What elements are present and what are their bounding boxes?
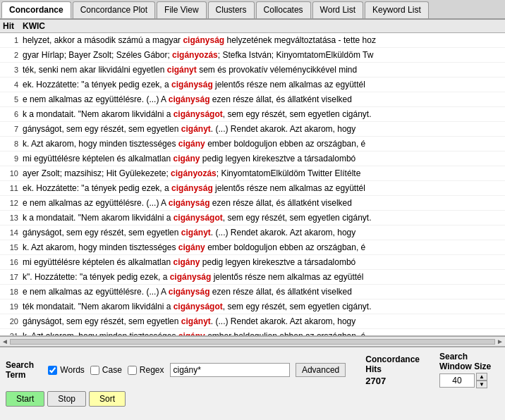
search-row: Search Term Words Case Regex Advanced Co… [6,352,499,388]
table-row: 3ték, senki nem akar likvidálni egyetlen… [0,63,505,78]
row-text: mi együttélésre képtelen és alkalmatlan … [23,256,502,268]
window-spin-up[interactable]: ▲ [476,373,487,381]
row-number: 1 [3,35,23,47]
row-number: 6 [3,109,23,121]
keyword-highlight: cigányság [170,272,212,282]
keyword-highlight: cigányság [169,198,210,208]
tab-keyword-list[interactable]: Keyword List [365,1,429,18]
keyword-highlight: cigány [178,139,205,149]
row-number: 15 [3,242,23,254]
row-number: 17 [3,271,23,283]
table-row: 5e nem alkalmas az együttélésre. (...) A… [0,92,505,107]
stop-button[interactable]: Stop [47,391,86,407]
row-number: 16 [3,257,23,268]
row-number: 18 [3,286,23,298]
row-text: k a mondatait. "Nem akarom likvidálni a … [23,211,502,224]
advanced-button[interactable]: Advanced [296,363,346,377]
row-text: mi együttélésre képtelen és alkalmatlan … [23,152,502,165]
tab-collocates[interactable]: Collocates [256,1,311,18]
tab-clusters[interactable]: Clusters [208,1,255,18]
row-number: 13 [3,212,23,224]
regex-label: Regex [140,365,164,375]
table-row: 4ek. Hozzátette: "a tények pedig ezek, a… [0,78,505,92]
table-row: 10ayer Zsolt; mazsihisz; Hit Gyülekezete… [0,166,505,181]
case-label: Case [102,365,122,375]
row-number: 5 [3,94,23,106]
row-text: ayer Zsolt; mazsihisz; Hit Gyülekezete; … [23,167,502,180]
keyword-highlight: cigány [173,257,200,267]
row-number: 11 [3,183,23,194]
keyword-highlight: cigányt [181,228,211,237]
row-number: 9 [3,153,23,165]
keyword-highlight: cigányozás [171,168,217,178]
row-text: ték mondatait. "Nem akarom likvidálni a … [23,300,502,313]
tab-file-view[interactable]: File View [157,1,206,18]
row-number: 20 [3,316,23,328]
row-text: k. Azt akarom, hogy minden tisztességes … [23,330,502,336]
row-number: 12 [3,197,23,209]
tab-bar: Concordance Concordance Plot File View C… [0,0,505,20]
keyword-highlight: cigányt [181,124,211,134]
row-text: e nem alkalmas az együttélésre. (...) A … [23,285,502,298]
kwic-header: KWIC [23,21,502,31]
keyword-highlight: cigányságot [174,109,223,119]
table-row: 2gyar Hírlap; Bayer Zsolt; Széles Gábor;… [0,48,505,63]
hits-section: Concordance Hits 2707 [365,354,420,386]
row-text: gyar Hírlap; Bayer Zsolt; Széles Gábor; … [23,49,502,61]
case-checkbox-group: Case [90,365,122,375]
row-number: 4 [3,79,23,91]
table-row: 6k a mondatait. "Nem akarom likvidálni a… [0,107,505,122]
column-headers: Hit KWIC [0,20,505,33]
row-text: helyzet, akkor a második számú a magyar … [23,34,502,47]
window-section: Search Window Size ▲ ▼ [439,352,499,388]
keyword-highlight: cigányság [169,94,210,104]
row-number: 8 [3,138,23,150]
words-checkbox[interactable] [48,366,57,375]
keyword-highlight: cigányságot [174,302,223,311]
table-row: 11ek. Hozzátette: "a tények pedig ezek, … [0,181,505,196]
window-spinner: ▲ ▼ [476,373,487,388]
row-text: gányságot, sem egy részét, sem egyetlen … [23,123,502,135]
regex-checkbox[interactable] [128,366,137,375]
search-input[interactable] [170,363,290,377]
window-input-wrap: ▲ ▼ [439,373,487,388]
hit-header: Hit [3,21,23,31]
row-text: k. Azt akarom, hogy minden tisztességes … [23,137,502,150]
table-row: 21k. Azt akarom, hogy minden tisztessége… [0,329,505,336]
keyword-highlight: cigányozás [172,50,218,60]
row-text: ték, senki nem akar likvidálni egyetlen … [23,63,502,76]
concordance-table[interactable]: 1helyzet, akkor a második számú a magyar… [0,33,505,336]
window-spin-down[interactable]: ▼ [476,381,487,388]
row-number: 3 [3,64,23,76]
tab-concordance[interactable]: Concordance [1,1,71,18]
row-text: e nem alkalmas az együttélésre. (...) A … [23,93,502,106]
table-row: 7gányságot, sem egy részét, sem egyetlen… [0,122,505,137]
row-text: e nem alkalmas az együttélésre. (...) A … [23,197,502,209]
sort-button[interactable]: Sort [89,391,126,407]
words-checkbox-group: Words [48,365,84,375]
row-text: k a mondatait. "Nem akarom likvidálni a … [23,108,502,121]
keyword-highlight: cigány [178,331,205,336]
table-row: 17k". Hozzátette: "a tények pedig ezek, … [0,270,505,285]
row-text: k". Hozzátette: "a tények pedig ezek, a … [23,271,502,283]
case-checkbox[interactable] [90,366,99,375]
row-number: 14 [3,227,23,239]
bottom-panel: Search Term Words Case Regex Advanced Co… [0,346,505,411]
row-text: gányságot, sem egy részét, sem egyetlen … [23,315,502,328]
row-text: gányságot, sem egy részét, sem egyetlen … [23,226,502,239]
words-label: Words [60,365,84,375]
tab-concordance-plot[interactable]: Concordance Plot [73,1,155,18]
tab-word-list[interactable]: Word List [312,1,363,18]
keyword-highlight: cigányság [169,287,210,297]
keyword-highlight: cigányság [171,80,213,89]
keyword-highlight: cigány [173,154,200,163]
regex-checkbox-group: Regex [128,365,164,375]
keyword-highlight: cigányság [183,35,224,45]
keyword-highlight: cigányt [167,65,197,75]
start-button[interactable]: Start [6,391,44,407]
horizontal-scrollbar[interactable]: ◄ ► [0,336,505,346]
row-text: ek. Hozzátette: "a tények pedig ezek, a … [23,182,502,194]
window-size-input[interactable] [439,373,475,388]
hits-value: 2707 [365,376,386,386]
table-row: 1helyzet, akkor a második számú a magyar… [0,33,505,48]
